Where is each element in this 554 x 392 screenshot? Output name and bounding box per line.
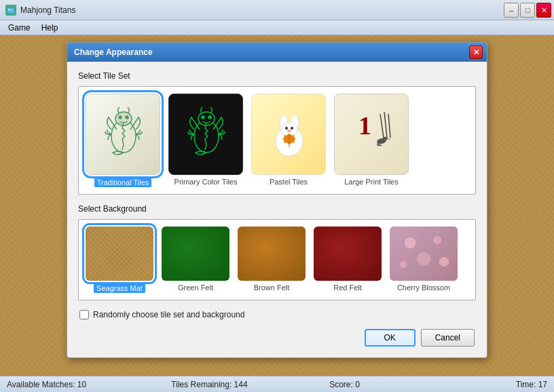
tile-item-traditional[interactable]: Traditional Tiles (86, 94, 160, 187)
dialog-button-row: OK Cancel (78, 329, 476, 348)
svg-point-4 (119, 116, 122, 119)
ok-button[interactable]: OK (365, 329, 416, 347)
bg-label-green-felt: Green Felt (178, 283, 213, 292)
bg-swatch-green-felt (162, 227, 229, 281)
random-checkbox[interactable] (79, 310, 89, 319)
svg-point-8 (202, 116, 204, 119)
bg-item-brown-felt[interactable]: Brown Felt (238, 227, 306, 292)
svg-line-19 (380, 114, 384, 138)
time: Time: 17 (412, 380, 547, 389)
svg-point-15 (291, 127, 293, 130)
menu-help[interactable]: Help (36, 22, 64, 34)
tile-label-large-print: Large Print Tiles (344, 178, 398, 186)
dialog-title-bar: Change Appearance ✕ (67, 43, 487, 62)
bg-label-cherry-blossom: Cherry Blossom (397, 283, 450, 292)
menu-bar: Game Help (0, 20, 554, 35)
bg-label-brown-felt: Brown Felt (254, 283, 290, 292)
tile-item-primary[interactable]: Primary Color Tiles (168, 94, 243, 186)
bg-swatch-seagrass (86, 227, 153, 281)
available-matches: Available Matches: 10 (7, 380, 142, 389)
tile-img-primary (168, 94, 243, 175)
dialog-title: Change Appearance (74, 47, 153, 57)
bg-swatch-brown-felt (238, 227, 306, 281)
svg-line-21 (388, 114, 390, 138)
tile-label-primary: Primary Color Tiles (174, 178, 238, 186)
bg-grid: Seagrass Mat Green Felt Brown Felt (86, 227, 468, 293)
tile-img-pastel (251, 94, 326, 175)
tiles-remaining: Tiles Remaining: 144 (142, 380, 277, 389)
svg-rect-1 (8, 9, 10, 10)
minimize-button[interactable]: – (504, 3, 519, 18)
cancel-button[interactable]: Cancel (421, 329, 475, 347)
svg-point-14 (285, 127, 288, 130)
svg-text:1: 1 (358, 111, 371, 140)
bg-label-red-felt: Red Felt (333, 283, 362, 292)
random-checkbox-row: Randomly choose tile set and background (78, 310, 476, 319)
bg-item-cherry-blossom[interactable]: Cherry Blossom (390, 227, 458, 292)
tile-section-box: Traditional Tiles (78, 86, 476, 195)
app-close-button[interactable]: ✕ (536, 3, 551, 18)
bg-item-red-felt[interactable]: Red Felt (314, 227, 382, 292)
tile-img-traditional (86, 94, 160, 175)
cherry-blossom-decoration (390, 227, 458, 281)
change-appearance-dialog: Change Appearance ✕ Select Tile Set (67, 42, 487, 358)
bg-swatch-red-felt (314, 227, 382, 281)
app-window: Mahjong Titans – □ ✕ Game Help Change Ap… (0, 0, 554, 392)
dialog-body: Select Tile Set (67, 62, 487, 357)
svg-point-9 (208, 116, 211, 119)
bg-item-seagrass[interactable]: Seagrass Mat (86, 227, 153, 293)
menu-game[interactable]: Game (3, 22, 36, 34)
tile-section-label: Select Tile Set (78, 71, 476, 81)
tile-grid: Traditional Tiles (86, 94, 468, 187)
svg-point-16 (287, 130, 291, 132)
dialog-overlay: Change Appearance ✕ Select Tile Set (0, 35, 554, 376)
tile-item-pastel[interactable]: Pastel Tiles (251, 94, 326, 186)
tile-img-large-print: 1 (334, 94, 409, 175)
svg-line-20 (384, 112, 387, 138)
title-bar-controls: – □ ✕ (504, 3, 551, 18)
random-checkbox-label[interactable]: Randomly choose tile set and background (93, 310, 244, 319)
bg-label-seagrass: Seagrass Mat (94, 283, 145, 293)
maximize-button[interactable]: □ (520, 3, 535, 18)
app-title: Mahjong Titans (20, 5, 75, 15)
svg-point-5 (126, 116, 128, 119)
tile-label-traditional: Traditional Tiles (94, 178, 152, 187)
bg-section-label: Select Background (78, 204, 476, 214)
tile-item-large-print[interactable]: 1 (334, 94, 409, 186)
app-title-bar: Mahjong Titans – □ ✕ (0, 0, 554, 20)
status-bar: Available Matches: 10 Tiles Remaining: 1… (0, 376, 554, 392)
dialog-close-button[interactable]: ✕ (469, 45, 483, 59)
app-icon (5, 5, 16, 16)
bg-item-green-felt[interactable]: Green Felt (162, 227, 229, 292)
bg-section-box: Seagrass Mat Green Felt Brown Felt (78, 219, 476, 300)
tile-label-pastel: Pastel Tiles (270, 178, 308, 186)
bg-swatch-cherry-blossom (390, 227, 458, 281)
score: Score: 0 (277, 380, 412, 389)
